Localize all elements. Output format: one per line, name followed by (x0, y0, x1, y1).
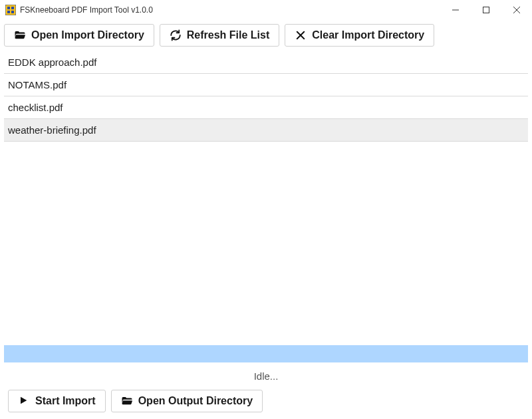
open-output-directory-label: Open Output Directory (138, 395, 253, 407)
close-icon (295, 29, 307, 41)
open-output-directory-button[interactable]: Open Output Directory (111, 390, 263, 412)
file-name: NOTAMS.pdf (8, 79, 66, 90)
window-controls (440, 0, 532, 20)
open-import-directory-label: Open Import Directory (31, 29, 144, 41)
list-item[interactable]: checklist.pdf (4, 96, 528, 119)
progress-bar (4, 345, 528, 362)
play-icon (18, 395, 30, 407)
window-title: FSKneeboard PDF Import Tool v1.0.0 (20, 5, 153, 15)
svg-rect-3 (7, 11, 10, 13)
svg-rect-0 (5, 5, 16, 15)
close-button[interactable] (501, 0, 532, 20)
maximize-button[interactable] (471, 0, 501, 20)
svg-marker-11 (21, 397, 27, 404)
titlebar: FSKneeboard PDF Import Tool v1.0.0 (0, 0, 532, 20)
bottom-toolbar: Start Import Open Output Directory (4, 390, 528, 412)
progress-area (4, 345, 528, 362)
start-import-label: Start Import (35, 395, 96, 407)
file-list[interactable]: EDDK approach.pdf NOTAMS.pdf checklist.p… (4, 51, 528, 340)
refresh-file-list-label: Refresh File List (187, 29, 269, 41)
content-area: Open Import Directory Refresh File List … (0, 20, 532, 419)
start-import-button[interactable]: Start Import (8, 390, 106, 412)
file-name: EDDK approach.pdf (8, 57, 96, 68)
svg-rect-2 (11, 7, 14, 9)
open-import-directory-button[interactable]: Open Import Directory (4, 24, 154, 47)
svg-rect-4 (11, 11, 14, 13)
refresh-file-list-button[interactable]: Refresh File List (160, 24, 279, 47)
list-item[interactable]: NOTAMS.pdf (4, 74, 528, 96)
folder-open-icon (14, 29, 26, 41)
folder-open-icon (121, 395, 133, 407)
clear-import-directory-button[interactable]: Clear Import Directory (285, 24, 434, 47)
status-text: Idle... (4, 370, 528, 382)
minimize-button[interactable] (440, 0, 471, 20)
app-icon (5, 5, 16, 15)
file-name: weather-briefing.pdf (8, 124, 96, 136)
refresh-icon (170, 29, 182, 41)
list-item[interactable]: EDDK approach.pdf (4, 51, 528, 74)
list-item[interactable]: weather-briefing.pdf (4, 119, 528, 142)
svg-rect-1 (7, 7, 10, 9)
svg-rect-6 (483, 7, 489, 13)
file-name: checklist.pdf (8, 102, 63, 113)
clear-import-directory-label: Clear Import Directory (312, 29, 424, 41)
top-toolbar: Open Import Directory Refresh File List … (4, 24, 528, 47)
